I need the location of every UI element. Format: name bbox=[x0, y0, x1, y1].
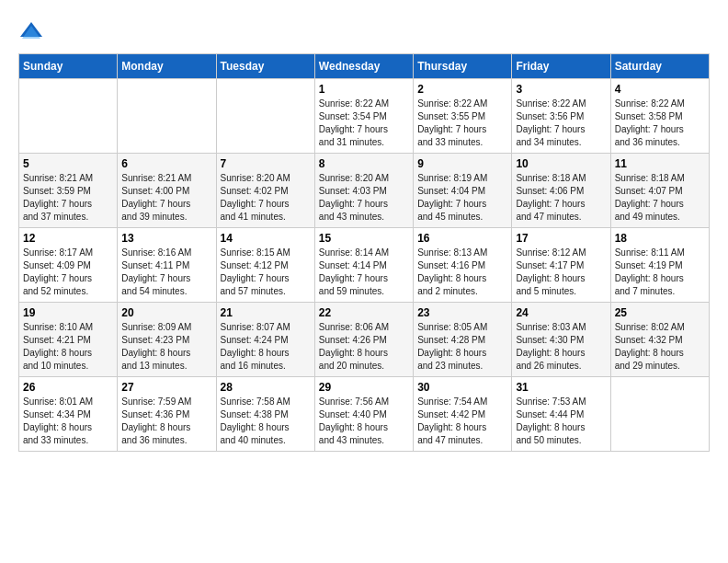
day-info: Sunrise: 8:05 AM Sunset: 4:28 PM Dayligh… bbox=[417, 321, 507, 373]
calendar-cell: 27Sunrise: 7:59 AM Sunset: 4:36 PM Dayli… bbox=[118, 377, 216, 452]
calendar-cell: 26Sunrise: 8:01 AM Sunset: 4:34 PM Dayli… bbox=[19, 377, 118, 452]
day-number: 13 bbox=[121, 232, 211, 245]
calendar-cell: 16Sunrise: 8:13 AM Sunset: 4:16 PM Dayli… bbox=[414, 228, 512, 303]
day-info: Sunrise: 7:56 AM Sunset: 4:40 PM Dayligh… bbox=[319, 396, 409, 447]
day-number: 3 bbox=[516, 83, 606, 96]
day-info: Sunrise: 8:16 AM Sunset: 4:11 PM Dayligh… bbox=[121, 247, 211, 298]
day-info: Sunrise: 7:53 AM Sunset: 4:44 PM Dayligh… bbox=[516, 396, 606, 447]
calendar-cell: 8Sunrise: 8:20 AM Sunset: 4:03 PM Daylig… bbox=[314, 154, 413, 228]
calendar-week-row: 5Sunrise: 8:21 AM Sunset: 3:59 PM Daylig… bbox=[19, 154, 710, 228]
weekday-header: Tuesday bbox=[216, 54, 314, 79]
calendar-table: SundayMondayTuesdayWednesdayThursdayFrid… bbox=[18, 53, 710, 452]
calendar-cell: 4Sunrise: 8:22 AM Sunset: 3:58 PM Daylig… bbox=[610, 79, 709, 154]
calendar-cell: 19Sunrise: 8:10 AM Sunset: 4:21 PM Dayli… bbox=[19, 303, 118, 377]
day-info: Sunrise: 8:22 AM Sunset: 3:55 PM Dayligh… bbox=[417, 98, 507, 149]
calendar-week-row: 1Sunrise: 8:22 AM Sunset: 3:54 PM Daylig… bbox=[19, 79, 710, 154]
calendar-cell bbox=[19, 79, 118, 154]
day-number: 22 bbox=[319, 306, 409, 319]
day-number: 25 bbox=[615, 306, 705, 319]
day-info: Sunrise: 8:14 AM Sunset: 4:14 PM Dayligh… bbox=[319, 247, 409, 298]
calendar-cell: 7Sunrise: 8:20 AM Sunset: 4:02 PM Daylig… bbox=[216, 154, 314, 228]
calendar-cell: 3Sunrise: 8:22 AM Sunset: 3:56 PM Daylig… bbox=[512, 79, 610, 154]
calendar-cell: 6Sunrise: 8:21 AM Sunset: 4:00 PM Daylig… bbox=[118, 154, 216, 228]
calendar-cell: 14Sunrise: 8:15 AM Sunset: 4:12 PM Dayli… bbox=[216, 228, 314, 303]
calendar-cell: 25Sunrise: 8:02 AM Sunset: 4:32 PM Dayli… bbox=[610, 303, 709, 377]
day-info: Sunrise: 8:12 AM Sunset: 4:17 PM Dayligh… bbox=[516, 247, 606, 298]
day-number: 9 bbox=[417, 157, 507, 170]
calendar-cell: 29Sunrise: 7:56 AM Sunset: 4:40 PM Dayli… bbox=[314, 377, 413, 452]
day-info: Sunrise: 7:59 AM Sunset: 4:36 PM Dayligh… bbox=[121, 396, 211, 447]
calendar-cell: 30Sunrise: 7:54 AM Sunset: 4:42 PM Dayli… bbox=[414, 377, 512, 452]
day-info: Sunrise: 8:11 AM Sunset: 4:19 PM Dayligh… bbox=[615, 247, 705, 298]
calendar-cell: 24Sunrise: 8:03 AM Sunset: 4:30 PM Dayli… bbox=[512, 303, 610, 377]
calendar-cell bbox=[216, 79, 314, 154]
day-info: Sunrise: 8:18 AM Sunset: 4:07 PM Dayligh… bbox=[615, 172, 705, 224]
day-number: 2 bbox=[417, 83, 507, 96]
calendar-cell: 11Sunrise: 8:18 AM Sunset: 4:07 PM Dayli… bbox=[610, 154, 709, 228]
calendar-cell bbox=[118, 79, 216, 154]
day-number: 30 bbox=[417, 381, 507, 394]
day-number: 16 bbox=[417, 232, 507, 245]
weekday-header: Wednesday bbox=[314, 54, 413, 79]
day-number: 14 bbox=[221, 232, 311, 245]
calendar-cell: 18Sunrise: 8:11 AM Sunset: 4:19 PM Dayli… bbox=[610, 228, 709, 303]
day-info: Sunrise: 8:02 AM Sunset: 4:32 PM Dayligh… bbox=[615, 321, 705, 373]
calendar-cell: 28Sunrise: 7:58 AM Sunset: 4:38 PM Dayli… bbox=[216, 377, 314, 452]
day-info: Sunrise: 8:22 AM Sunset: 3:58 PM Dayligh… bbox=[615, 98, 705, 149]
day-info: Sunrise: 7:54 AM Sunset: 4:42 PM Dayligh… bbox=[417, 396, 507, 447]
day-info: Sunrise: 8:22 AM Sunset: 3:56 PM Dayligh… bbox=[516, 98, 606, 149]
day-info: Sunrise: 8:09 AM Sunset: 4:23 PM Dayligh… bbox=[121, 321, 211, 373]
day-number: 19 bbox=[23, 306, 113, 319]
day-number: 5 bbox=[23, 157, 113, 170]
day-number: 1 bbox=[319, 83, 409, 96]
day-info: Sunrise: 8:18 AM Sunset: 4:06 PM Dayligh… bbox=[516, 172, 606, 224]
page-header bbox=[18, 18, 710, 44]
day-info: Sunrise: 8:10 AM Sunset: 4:21 PM Dayligh… bbox=[23, 321, 113, 373]
day-info: Sunrise: 8:22 AM Sunset: 3:54 PM Dayligh… bbox=[319, 98, 409, 149]
calendar-cell: 20Sunrise: 8:09 AM Sunset: 4:23 PM Dayli… bbox=[118, 303, 216, 377]
calendar-cell: 12Sunrise: 8:17 AM Sunset: 4:09 PM Dayli… bbox=[19, 228, 118, 303]
weekday-header: Monday bbox=[118, 54, 216, 79]
day-info: Sunrise: 8:19 AM Sunset: 4:04 PM Dayligh… bbox=[417, 172, 507, 224]
day-info: Sunrise: 8:20 AM Sunset: 4:03 PM Dayligh… bbox=[319, 172, 409, 224]
day-info: Sunrise: 8:21 AM Sunset: 4:00 PM Dayligh… bbox=[121, 172, 211, 224]
day-info: Sunrise: 8:03 AM Sunset: 4:30 PM Dayligh… bbox=[516, 321, 606, 373]
day-number: 12 bbox=[23, 232, 113, 245]
day-info: Sunrise: 8:13 AM Sunset: 4:16 PM Dayligh… bbox=[417, 247, 507, 298]
weekday-header: Thursday bbox=[414, 54, 512, 79]
day-number: 26 bbox=[23, 381, 113, 394]
calendar-week-row: 26Sunrise: 8:01 AM Sunset: 4:34 PM Dayli… bbox=[19, 377, 710, 452]
day-number: 29 bbox=[319, 381, 409, 394]
day-info: Sunrise: 8:17 AM Sunset: 4:09 PM Dayligh… bbox=[23, 247, 113, 298]
day-info: Sunrise: 8:21 AM Sunset: 3:59 PM Dayligh… bbox=[23, 172, 113, 224]
day-number: 20 bbox=[121, 306, 211, 319]
day-number: 6 bbox=[121, 157, 211, 170]
calendar-cell: 5Sunrise: 8:21 AM Sunset: 3:59 PM Daylig… bbox=[19, 154, 118, 228]
day-number: 21 bbox=[221, 306, 311, 319]
calendar-cell: 2Sunrise: 8:22 AM Sunset: 3:55 PM Daylig… bbox=[414, 79, 512, 154]
day-number: 4 bbox=[615, 83, 705, 96]
calendar-cell: 23Sunrise: 8:05 AM Sunset: 4:28 PM Dayli… bbox=[414, 303, 512, 377]
day-number: 8 bbox=[319, 157, 409, 170]
calendar-cell: 9Sunrise: 8:19 AM Sunset: 4:04 PM Daylig… bbox=[414, 154, 512, 228]
day-number: 10 bbox=[516, 157, 606, 170]
calendar-cell: 1Sunrise: 8:22 AM Sunset: 3:54 PM Daylig… bbox=[314, 79, 413, 154]
day-number: 18 bbox=[615, 232, 705, 245]
day-number: 15 bbox=[319, 232, 409, 245]
day-info: Sunrise: 8:20 AM Sunset: 4:02 PM Dayligh… bbox=[221, 172, 311, 224]
calendar-cell bbox=[610, 377, 709, 452]
day-info: Sunrise: 8:15 AM Sunset: 4:12 PM Dayligh… bbox=[221, 247, 311, 298]
calendar-week-row: 19Sunrise: 8:10 AM Sunset: 4:21 PM Dayli… bbox=[19, 303, 710, 377]
calendar-cell: 15Sunrise: 8:14 AM Sunset: 4:14 PM Dayli… bbox=[314, 228, 413, 303]
weekday-header-row: SundayMondayTuesdayWednesdayThursdayFrid… bbox=[19, 54, 710, 79]
day-info: Sunrise: 8:06 AM Sunset: 4:26 PM Dayligh… bbox=[319, 321, 409, 373]
day-number: 27 bbox=[121, 381, 211, 394]
weekday-header: Sunday bbox=[19, 54, 118, 79]
day-number: 28 bbox=[221, 381, 311, 394]
calendar-cell: 17Sunrise: 8:12 AM Sunset: 4:17 PM Dayli… bbox=[512, 228, 610, 303]
logo-icon bbox=[18, 18, 44, 44]
day-number: 24 bbox=[516, 306, 606, 319]
day-number: 17 bbox=[516, 232, 606, 245]
day-number: 11 bbox=[615, 157, 705, 170]
calendar-cell: 10Sunrise: 8:18 AM Sunset: 4:06 PM Dayli… bbox=[512, 154, 610, 228]
